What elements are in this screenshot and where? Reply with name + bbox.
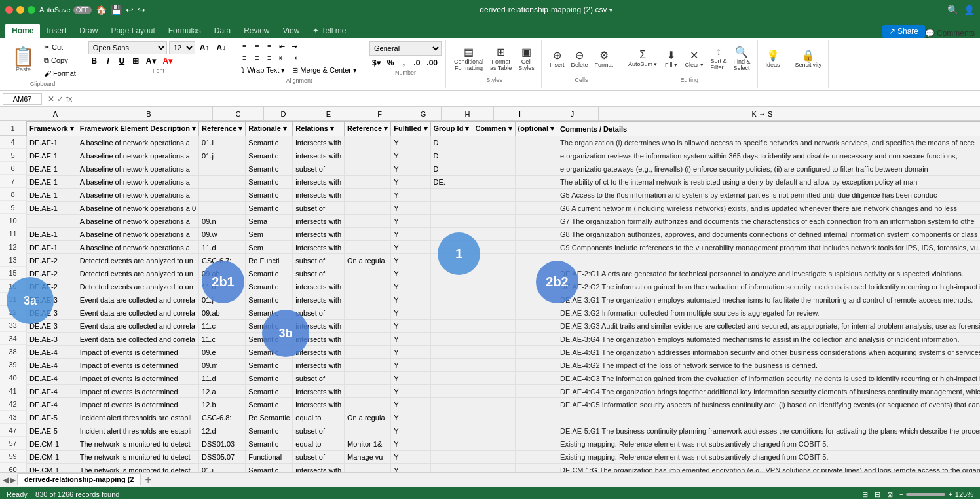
decimal-decrease[interactable]: .00 bbox=[424, 58, 440, 68]
grid-cell[interactable]: Y bbox=[391, 149, 430, 162]
tab-draw[interactable]: Draw bbox=[73, 24, 104, 38]
col-header-f[interactable]: F bbox=[354, 107, 405, 120]
grid-cell[interactable]: 12.a bbox=[199, 385, 246, 398]
align-top-right[interactable]: ≡ bbox=[263, 41, 275, 52]
autosave-toggle[interactable]: OFF bbox=[73, 6, 92, 14]
grid-cell[interactable]: Monitor 1& bbox=[345, 437, 391, 451]
grid-cell[interactable] bbox=[472, 293, 515, 306]
grid-cell[interactable] bbox=[345, 372, 391, 385]
grid-cell[interactable] bbox=[515, 320, 557, 333]
tab-home[interactable]: Home bbox=[5, 24, 40, 38]
grid-cell[interactable] bbox=[345, 359, 391, 372]
clear-button[interactable]: ✕ Clear ▾ bbox=[682, 41, 706, 75]
grid-cell[interactable]: equal to bbox=[293, 437, 345, 451]
grid-cell[interactable] bbox=[430, 437, 472, 451]
grid-cell[interactable] bbox=[430, 293, 472, 306]
col-header-c[interactable]: C bbox=[213, 107, 264, 120]
grid-cell[interactable] bbox=[515, 293, 557, 306]
grid-cell[interactable]: 11.d bbox=[199, 241, 246, 254]
grid-cell[interactable]: CSC-6.8: bbox=[199, 411, 246, 424]
grid-scroll[interactable]: Framework ▾Framework Element Description… bbox=[26, 121, 980, 472]
grid-cell[interactable] bbox=[345, 202, 391, 215]
grid-cell[interactable]: DE.AE-1 bbox=[27, 136, 77, 149]
grid-cell[interactable]: Y bbox=[391, 254, 430, 267]
grid-cell[interactable]: Y bbox=[391, 228, 430, 241]
grid-cell[interactable] bbox=[430, 254, 472, 267]
grid-cell[interactable] bbox=[430, 267, 472, 280]
next-sheet-button[interactable]: ▶ bbox=[10, 475, 16, 485]
grid-cell[interactable]: A baseline of network operations a bbox=[77, 136, 198, 149]
confirm-formula-icon[interactable]: ✓ bbox=[57, 94, 64, 103]
grid-cell[interactable] bbox=[472, 424, 515, 437]
grid-cell[interactable]: Y bbox=[391, 359, 430, 372]
grid-cell[interactable]: Sem bbox=[246, 228, 293, 241]
profile-icon[interactable]: 👤 bbox=[964, 5, 975, 15]
merge-center-button[interactable]: ⊞ Merge & Center ▾ bbox=[290, 64, 360, 76]
grid-cell[interactable]: subset of bbox=[293, 424, 345, 437]
grid-cell[interactable] bbox=[472, 333, 515, 346]
grid-cell[interactable]: 09.w bbox=[199, 228, 246, 241]
grid-cell[interactable] bbox=[430, 372, 472, 385]
grid-cell[interactable]: intersects with bbox=[293, 346, 345, 359]
format-button[interactable]: ⚙ Format bbox=[592, 41, 616, 75]
grid-cell[interactable]: Y bbox=[391, 346, 430, 359]
grid-cell[interactable]: Y bbox=[391, 136, 430, 149]
grid-cell[interactable]: 09.m bbox=[199, 359, 246, 372]
grid-cell[interactable]: Semantic bbox=[246, 437, 293, 451]
grid-cell[interactable]: 11.c bbox=[199, 333, 246, 346]
grid-cell[interactable]: DE.CM-1 bbox=[27, 451, 77, 464]
insert-function-icon[interactable]: fx bbox=[66, 94, 72, 103]
grid-cell[interactable]: Y bbox=[391, 215, 430, 228]
grid-cell[interactable] bbox=[472, 464, 515, 473]
grid-cell[interactable]: intersects with bbox=[293, 293, 345, 306]
grid-cell[interactable]: subset of bbox=[293, 162, 345, 176]
grid-cell[interactable] bbox=[472, 176, 515, 189]
decrease-indent-2[interactable]: ⇤ bbox=[276, 52, 288, 63]
grid-cell[interactable]: intersects with bbox=[293, 136, 345, 149]
grid-cell[interactable] bbox=[515, 451, 557, 464]
col-header-b[interactable]: B bbox=[85, 107, 213, 120]
grid-cell[interactable]: subset of bbox=[293, 451, 345, 464]
grid-cell[interactable]: DE.AE-1 bbox=[27, 241, 77, 254]
grid-cell[interactable]: DE.AE-3 bbox=[27, 293, 77, 306]
cell-reference-input[interactable] bbox=[3, 93, 42, 105]
grid-cell[interactable]: Y bbox=[391, 411, 430, 424]
font-shrink-button[interactable]: A↓ bbox=[214, 43, 229, 53]
grid-cell[interactable] bbox=[472, 437, 515, 451]
grid-cell[interactable]: DE.AE-5 bbox=[27, 424, 77, 437]
autosum-button[interactable]: Σ AutoSum ▾ bbox=[626, 41, 660, 75]
grid-cell[interactable]: equal to bbox=[293, 411, 345, 424]
header-cell[interactable]: Fulfilled ▾ bbox=[391, 122, 430, 136]
grid-cell[interactable] bbox=[515, 267, 557, 280]
grid-cell[interactable] bbox=[27, 215, 77, 228]
align-bottom-left[interactable]: ≡ bbox=[238, 52, 250, 63]
grid-cell[interactable]: intersects with bbox=[293, 333, 345, 346]
grid-cell[interactable] bbox=[345, 293, 391, 306]
grid-cell[interactable]: subset of bbox=[293, 372, 345, 385]
percent-button[interactable]: % bbox=[385, 58, 397, 68]
grid-cell[interactable] bbox=[430, 306, 472, 320]
grid-cell[interactable]: 01.j bbox=[199, 293, 246, 306]
grid-cell[interactable] bbox=[345, 189, 391, 202]
currency-button[interactable]: $▾ bbox=[369, 58, 383, 68]
grid-cell[interactable] bbox=[515, 398, 557, 411]
grid-cell[interactable] bbox=[472, 189, 515, 202]
grid-cell[interactable] bbox=[345, 398, 391, 411]
grid-cell[interactable] bbox=[345, 267, 391, 280]
grid-cell[interactable]: DE.AE-1 bbox=[27, 228, 77, 241]
grid-cell[interactable]: DE.CM-1 bbox=[27, 464, 77, 473]
zoom-slider[interactable] bbox=[906, 493, 945, 496]
grid-cell[interactable] bbox=[515, 241, 557, 254]
grid-cell[interactable]: Y bbox=[391, 437, 430, 451]
grid-cell[interactable]: Functional bbox=[246, 451, 293, 464]
grid-cell[interactable]: intersects with bbox=[293, 464, 345, 473]
header-cell[interactable]: Framework ▾ bbox=[27, 122, 77, 136]
comments-button[interactable]: 💬 Comments bbox=[925, 29, 975, 38]
grid-cell[interactable] bbox=[472, 254, 515, 267]
grid-cell[interactable] bbox=[430, 215, 472, 228]
grid-cell[interactable] bbox=[430, 202, 472, 215]
tab-formulas[interactable]: Formulas bbox=[162, 24, 208, 38]
grid-cell[interactable] bbox=[345, 215, 391, 228]
grid-cell[interactable] bbox=[472, 306, 515, 320]
grid-cell[interactable]: intersects with bbox=[293, 359, 345, 372]
